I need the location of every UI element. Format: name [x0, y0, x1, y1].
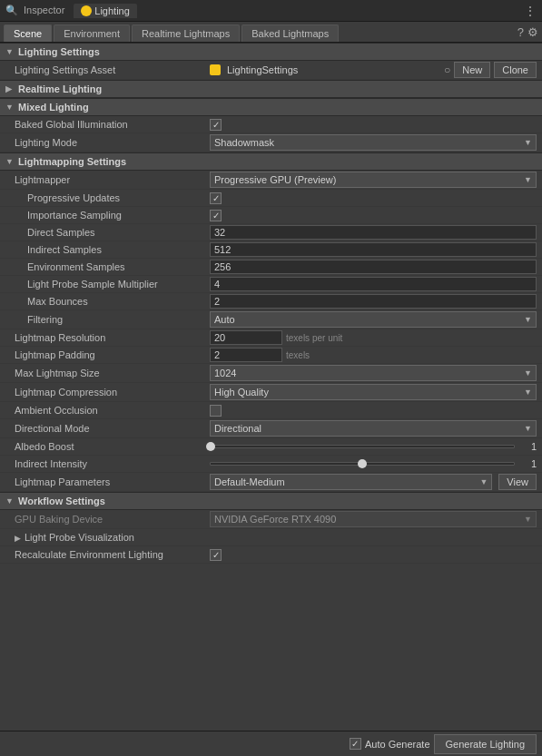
lightmap-res-input[interactable]: [210, 330, 282, 345]
albedo-boost-slider-track[interactable]: [210, 445, 515, 448]
lighting-settings-asset-value: LightingSettings ○ New Clone: [210, 62, 537, 78]
importance-sampling-label: Importance Sampling: [15, 210, 210, 221]
importance-sampling-value: [210, 210, 537, 221]
indirect-samples-value: [210, 242, 537, 257]
recalculate-checkbox[interactable]: [210, 549, 222, 561]
kebab-menu-icon[interactable]: ⋮: [524, 4, 537, 18]
lightmap-padding-label: Lightmap Padding: [15, 349, 210, 360]
albedo-boost-value: 1: [210, 441, 537, 452]
inspector-tab[interactable]: 🔍 Inspector: [5, 5, 64, 16]
indirect-intensity-value-label: 1: [518, 458, 537, 469]
row-light-probe-viz: ▶Light Probe Visualization: [0, 529, 542, 546]
probe-multiplier-input[interactable]: [210, 277, 537, 291]
probe-multiplier-value: [210, 277, 537, 291]
chevron-realtime-lighting: ▶: [5, 84, 15, 93]
progressive-updates-value: [210, 192, 537, 204]
albedo-boost-slider-thumb[interactable]: [206, 442, 215, 451]
row-env-samples: Environment Samples: [0, 259, 542, 276]
gpu-baking-arrow: ▼: [524, 515, 532, 524]
light-probe-viz-chevron: ▶: [15, 534, 21, 543]
lighting-mode-dropdown[interactable]: Shadowmask ▼: [210, 134, 537, 151]
auto-generate-checkbox[interactable]: [350, 738, 361, 750]
lightmap-params-label: Lightmap Parameters: [15, 476, 210, 487]
indirect-intensity-slider-track[interactable]: [210, 462, 515, 466]
baked-global-checkbox[interactable]: [210, 119, 222, 131]
albedo-boost-value-label: 1: [518, 441, 537, 452]
indirect-samples-label: Indirect Samples: [15, 244, 210, 255]
baked-global-label: Baked Global Illumination: [15, 119, 210, 130]
direct-samples-label: Direct Samples: [15, 227, 210, 238]
max-lightmap-dropdown[interactable]: 1024 ▼: [210, 365, 537, 381]
auto-generate-label[interactable]: Auto Generate: [350, 738, 430, 750]
lightmapper-arrow: ▼: [524, 175, 532, 184]
lightmap-res-unit: texels per unit: [286, 333, 342, 343]
chevron-mixed-lighting: ▼: [5, 103, 15, 112]
chevron-workflow: ▼: [5, 496, 15, 506]
lighting-tab-active[interactable]: Lighting: [74, 4, 137, 18]
indirect-samples-input[interactable]: [210, 242, 537, 257]
gpu-baking-value: NVIDIA GeForce RTX 4090 ▼: [210, 511, 537, 527]
tab-environment[interactable]: Environment: [54, 25, 130, 42]
direct-samples-input[interactable]: [210, 225, 537, 240]
section-mixed-lighting[interactable]: ▼ Mixed Lighting: [0, 98, 542, 116]
row-lightmap-padding: Lightmap Padding texels: [0, 347, 542, 364]
indirect-intensity-slider-thumb[interactable]: [358, 459, 367, 468]
lighting-mode-value: Shadowmask ▼: [210, 134, 537, 151]
settings-icon[interactable]: ⚙: [527, 25, 538, 39]
row-lighting-settings-asset: Lighting Settings Asset LightingSettings…: [0, 61, 542, 80]
tab-realtime-lightmaps[interactable]: Realtime Lightmaps: [132, 25, 240, 42]
lightmapper-dropdown[interactable]: Progressive GPU (Preview) ▼: [210, 172, 537, 188]
row-probe-multiplier: Light Probe Sample Multiplier: [0, 276, 542, 293]
recalculate-label: Recalculate Environment Lighting: [15, 549, 210, 560]
ambient-occlusion-checkbox[interactable]: [210, 405, 222, 417]
recalculate-value: [210, 549, 537, 561]
help-icon[interactable]: ?: [517, 25, 524, 39]
generate-lighting-button[interactable]: Generate Lighting: [434, 734, 537, 754]
lightmap-padding-unit: texels: [286, 350, 310, 360]
directional-mode-dropdown[interactable]: Directional ▼: [210, 420, 537, 437]
lighting-dot-icon: [81, 5, 92, 16]
circle-icon[interactable]: ○: [444, 64, 450, 76]
indirect-intensity-value: 1: [210, 458, 537, 469]
importance-sampling-checkbox[interactable]: [210, 210, 222, 221]
gpu-baking-dropdown[interactable]: NVIDIA GeForce RTX 4090 ▼: [210, 511, 537, 527]
view-button[interactable]: View: [498, 474, 537, 490]
tab-baked-lightmaps[interactable]: Baked Lightmaps: [241, 25, 339, 42]
row-lighting-mode: Lighting Mode Shadowmask ▼: [0, 133, 542, 152]
row-baked-global: Baked Global Illumination: [0, 116, 542, 133]
content-area: ▼ Lighting Settings Lighting Settings As…: [0, 43, 542, 724]
progressive-updates-checkbox[interactable]: [210, 192, 222, 204]
row-filtering: Filtering Auto ▼: [0, 310, 542, 329]
row-lightmap-compression: Lightmap Compression High Quality ▼: [0, 383, 542, 402]
row-progressive-updates: Progressive Updates: [0, 190, 542, 207]
max-bounces-input[interactable]: [210, 294, 537, 309]
lightmapper-value: Progressive GPU (Preview) ▼: [210, 172, 537, 188]
max-lightmap-value: 1024 ▼: [210, 365, 537, 381]
env-samples-input[interactable]: [210, 260, 537, 274]
lighting-mode-arrow: ▼: [524, 138, 532, 147]
lightmap-padding-input[interactable]: [210, 348, 282, 362]
section-lightmapping[interactable]: ▼ Lightmapping Settings: [0, 152, 542, 171]
section-workflow[interactable]: ▼ Workflow Settings: [0, 492, 542, 510]
new-button[interactable]: New: [454, 62, 490, 78]
lightmap-compression-dropdown[interactable]: High Quality ▼: [210, 384, 537, 400]
bottom-bar: Auto Generate Generate Lighting: [0, 731, 542, 756]
lighting-mode-label: Lighting Mode: [15, 137, 210, 148]
section-realtime-lighting[interactable]: ▶ Realtime Lighting: [0, 80, 542, 98]
ambient-occlusion-value: [210, 405, 537, 417]
chevron-lightmapping: ▼: [5, 157, 15, 166]
lightmap-res-value: texels per unit: [210, 330, 537, 345]
filtering-dropdown[interactable]: Auto ▼: [210, 311, 537, 328]
lightmapper-label: Lightmapper: [15, 174, 210, 185]
albedo-boost-label: Albedo Boost: [15, 441, 210, 452]
row-albedo-boost: Albedo Boost 1: [0, 438, 542, 456]
clone-button[interactable]: Clone: [494, 62, 537, 78]
probe-multiplier-label: Light Probe Sample Multiplier: [15, 279, 210, 290]
albedo-boost-slider-container: [210, 445, 515, 448]
row-indirect-intensity: Indirect Intensity 1: [0, 456, 542, 473]
row-max-lightmap: Max Lightmap Size 1024 ▼: [0, 364, 542, 383]
lightmap-compression-label: Lightmap Compression: [15, 387, 210, 398]
tab-scene[interactable]: Scene: [4, 25, 52, 42]
lightmap-params-dropdown[interactable]: Default-Medium ▼: [210, 474, 492, 490]
section-lighting-settings[interactable]: ▼ Lighting Settings: [0, 43, 542, 61]
